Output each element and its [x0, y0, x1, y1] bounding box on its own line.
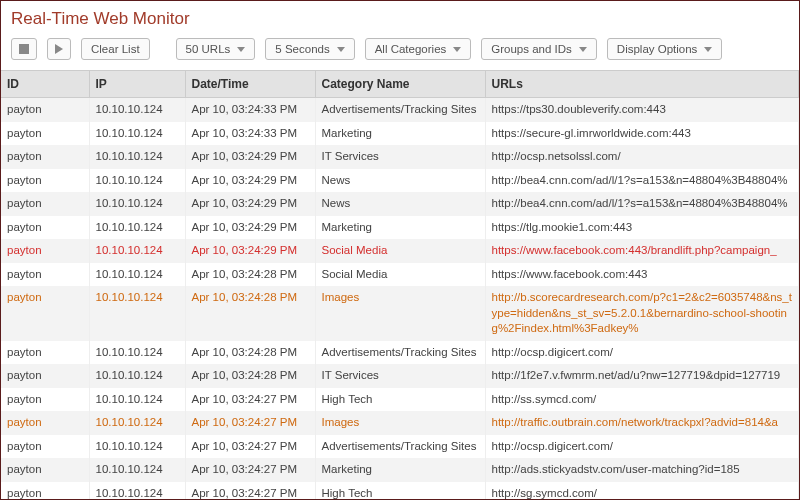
groups-dropdown[interactable]: Groups and IDs — [481, 38, 597, 60]
cell-cat: Advertisements/Tracking Sites — [315, 98, 485, 122]
table-row[interactable]: payton10.10.10.124Apr 10, 03:24:28 PMSoc… — [1, 263, 799, 287]
stop-button[interactable] — [11, 38, 37, 60]
page-title: Real-Time Web Monitor — [1, 1, 799, 35]
cell-id: payton — [1, 286, 89, 341]
cell-ip: 10.10.10.124 — [89, 482, 185, 500]
table-row[interactable]: payton10.10.10.124Apr 10, 03:24:27 PMIma… — [1, 411, 799, 435]
cell-cat: Images — [315, 411, 485, 435]
cell-dt: Apr 10, 03:24:29 PM — [185, 216, 315, 240]
monitor-table: ID IP Date/Time Category Name URLs payto… — [1, 70, 799, 500]
table-row[interactable]: payton10.10.10.124Apr 10, 03:24:27 PMHig… — [1, 482, 799, 500]
cell-ip: 10.10.10.124 — [89, 169, 185, 193]
play-button[interactable] — [47, 38, 71, 60]
table-row[interactable]: payton10.10.10.124Apr 10, 03:24:27 PMMar… — [1, 458, 799, 482]
cell-ip: 10.10.10.124 — [89, 341, 185, 365]
cell-id: payton — [1, 411, 89, 435]
cell-id: payton — [1, 192, 89, 216]
toolbar: Clear List 50 URLs 5 Seconds All Categor… — [1, 35, 799, 70]
col-header-category[interactable]: Category Name — [315, 71, 485, 98]
chevron-down-icon — [453, 47, 461, 52]
cell-id: payton — [1, 239, 89, 263]
chevron-down-icon — [337, 47, 345, 52]
cell-dt: Apr 10, 03:24:27 PM — [185, 388, 315, 412]
cell-url: http://ocsp.digicert.com/ — [485, 435, 799, 459]
cell-dt: Apr 10, 03:24:28 PM — [185, 286, 315, 341]
cell-url: http://sg.symcd.com/ — [485, 482, 799, 500]
chevron-down-icon — [579, 47, 587, 52]
cell-cat: Marketing — [315, 458, 485, 482]
play-icon — [55, 44, 63, 54]
chevron-down-icon — [237, 47, 245, 52]
table-row[interactable]: payton10.10.10.124Apr 10, 03:24:29 PMNew… — [1, 192, 799, 216]
cell-dt: Apr 10, 03:24:27 PM — [185, 482, 315, 500]
groups-label: Groups and IDs — [491, 43, 572, 55]
cell-cat: High Tech — [315, 388, 485, 412]
cell-cat: Advertisements/Tracking Sites — [315, 435, 485, 459]
clear-list-button[interactable]: Clear List — [81, 38, 150, 60]
cell-ip: 10.10.10.124 — [89, 286, 185, 341]
table-header-row: ID IP Date/Time Category Name URLs — [1, 71, 799, 98]
col-header-url[interactable]: URLs — [485, 71, 799, 98]
interval-dropdown[interactable]: 5 Seconds — [265, 38, 354, 60]
table-row[interactable]: payton10.10.10.124Apr 10, 03:24:29 PMMar… — [1, 216, 799, 240]
table-row[interactable]: payton10.10.10.124Apr 10, 03:24:33 PMMar… — [1, 122, 799, 146]
table-row[interactable]: payton10.10.10.124Apr 10, 03:24:29 PMSoc… — [1, 239, 799, 263]
cell-id: payton — [1, 145, 89, 169]
cell-url: http://bea4.cnn.com/ad/l/1?s=a153&n=4880… — [485, 169, 799, 193]
cell-ip: 10.10.10.124 — [89, 388, 185, 412]
cell-url: http://1f2e7.v.fwmrm.net/ad/u?nw=127719&… — [485, 364, 799, 388]
cell-url: https://tlg.mookie1.com:443 — [485, 216, 799, 240]
cell-ip: 10.10.10.124 — [89, 411, 185, 435]
table-row[interactable]: payton10.10.10.124Apr 10, 03:24:28 PMAdv… — [1, 341, 799, 365]
col-header-datetime[interactable]: Date/Time — [185, 71, 315, 98]
cell-dt: Apr 10, 03:24:27 PM — [185, 411, 315, 435]
table-row[interactable]: payton10.10.10.124Apr 10, 03:24:29 PMNew… — [1, 169, 799, 193]
categories-dropdown[interactable]: All Categories — [365, 38, 472, 60]
cell-ip: 10.10.10.124 — [89, 435, 185, 459]
cell-ip: 10.10.10.124 — [89, 216, 185, 240]
table-row[interactable]: payton10.10.10.124Apr 10, 03:24:28 PMIT … — [1, 364, 799, 388]
cell-cat: High Tech — [315, 482, 485, 500]
cell-url: http://b.scorecardresearch.com/p?c1=2&c2… — [485, 286, 799, 341]
cell-url: https://www.facebook.com:443 — [485, 263, 799, 287]
display-options-label: Display Options — [617, 43, 698, 55]
cell-url: http://traffic.outbrain.com/network/trac… — [485, 411, 799, 435]
cell-ip: 10.10.10.124 — [89, 458, 185, 482]
cell-cat: Marketing — [315, 216, 485, 240]
cell-cat: IT Services — [315, 145, 485, 169]
cell-ip: 10.10.10.124 — [89, 364, 185, 388]
table-row[interactable]: payton10.10.10.124Apr 10, 03:24:33 PMAdv… — [1, 98, 799, 122]
col-header-ip[interactable]: IP — [89, 71, 185, 98]
stop-icon — [19, 44, 29, 54]
cell-dt: Apr 10, 03:24:27 PM — [185, 435, 315, 459]
cell-url: https://www.facebook.com:443/brandlift.p… — [485, 239, 799, 263]
cell-ip: 10.10.10.124 — [89, 122, 185, 146]
table-row[interactable]: payton10.10.10.124Apr 10, 03:24:27 PMAdv… — [1, 435, 799, 459]
table-row[interactable]: payton10.10.10.124Apr 10, 03:24:27 PMHig… — [1, 388, 799, 412]
cell-id: payton — [1, 169, 89, 193]
cell-dt: Apr 10, 03:24:29 PM — [185, 192, 315, 216]
cell-dt: Apr 10, 03:24:28 PM — [185, 263, 315, 287]
cell-url: http://ocsp.netsolssl.com/ — [485, 145, 799, 169]
table-row[interactable]: payton10.10.10.124Apr 10, 03:24:28 PMIma… — [1, 286, 799, 341]
cell-id: payton — [1, 263, 89, 287]
cell-ip: 10.10.10.124 — [89, 239, 185, 263]
cell-dt: Apr 10, 03:24:33 PM — [185, 98, 315, 122]
cell-dt: Apr 10, 03:24:28 PM — [185, 364, 315, 388]
cell-cat: Marketing — [315, 122, 485, 146]
cell-cat: IT Services — [315, 364, 485, 388]
cell-id: payton — [1, 435, 89, 459]
cell-dt: Apr 10, 03:24:33 PM — [185, 122, 315, 146]
cell-cat: Social Media — [315, 263, 485, 287]
cell-ip: 10.10.10.124 — [89, 145, 185, 169]
display-options-dropdown[interactable]: Display Options — [607, 38, 723, 60]
cell-url: http://ss.symcd.com/ — [485, 388, 799, 412]
cell-ip: 10.10.10.124 — [89, 192, 185, 216]
cell-ip: 10.10.10.124 — [89, 263, 185, 287]
col-header-id[interactable]: ID — [1, 71, 89, 98]
interval-label: 5 Seconds — [275, 43, 329, 55]
cell-url: http://bea4.cnn.com/ad/l/1?s=a153&n=4880… — [485, 192, 799, 216]
url-limit-dropdown[interactable]: 50 URLs — [176, 38, 256, 60]
cell-url: http://ocsp.digicert.com/ — [485, 341, 799, 365]
table-row[interactable]: payton10.10.10.124Apr 10, 03:24:29 PMIT … — [1, 145, 799, 169]
